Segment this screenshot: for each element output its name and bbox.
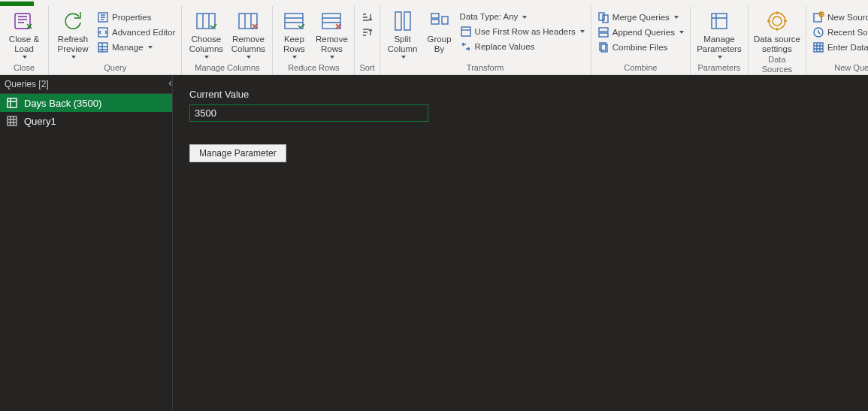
svg-rect-26 bbox=[814, 43, 823, 52]
replace-values-button[interactable]: Replace Values bbox=[458, 40, 586, 53]
query-item-label: Query1 bbox=[24, 116, 56, 127]
close-and-load-button[interactable]: Close &Load bbox=[5, 8, 44, 59]
group-new-query: New Source Recent Sources Enter Data New… bbox=[806, 6, 868, 74]
group-parameters: ManageParameters Parameters bbox=[691, 6, 749, 74]
advanced-editor-label: Advanced Editor bbox=[112, 27, 175, 38]
remove-rows-label: RemoveRows bbox=[316, 35, 348, 54]
enter-data-label: Enter Data bbox=[827, 42, 868, 53]
svg-point-22 bbox=[769, 13, 785, 29]
properties-button[interactable]: Properties bbox=[95, 11, 177, 24]
svg-rect-27 bbox=[8, 98, 17, 107]
queries-pane-header: Queries [2] ‹ bbox=[0, 75, 172, 94]
query-item-days-back[interactable]: Days Back (3500) bbox=[0, 94, 172, 112]
refresh-preview-label: RefreshPreview bbox=[58, 35, 89, 54]
new-source-label: New Source bbox=[827, 12, 868, 23]
new-source-button[interactable]: New Source bbox=[811, 11, 868, 24]
svg-rect-6 bbox=[285, 14, 303, 29]
svg-point-21 bbox=[773, 17, 782, 26]
table-icon bbox=[6, 115, 18, 127]
group-label-data-sources: Data Sources bbox=[753, 54, 801, 76]
svg-rect-14 bbox=[599, 13, 604, 20]
chevron-down-icon bbox=[23, 56, 27, 59]
sort-asc-button[interactable] bbox=[359, 11, 374, 24]
refresh-icon bbox=[61, 9, 85, 33]
remove-rows-icon bbox=[319, 9, 343, 33]
replace-values-icon bbox=[460, 41, 472, 53]
sort-asc-icon bbox=[361, 11, 373, 23]
parameter-detail-pane: Current Value Manage Parameter bbox=[173, 75, 868, 411]
group-label-close: Close bbox=[5, 62, 44, 74]
group-data-sources: Data sourcesettings Data Sources bbox=[749, 6, 806, 74]
data-source-settings-button[interactable]: Data sourcesettings bbox=[753, 8, 801, 54]
chevron-down-icon bbox=[679, 31, 684, 34]
grid-icon bbox=[97, 41, 109, 53]
merge-queries-label: Merge Queries bbox=[612, 12, 670, 23]
current-value-label: Current Value bbox=[189, 89, 851, 100]
combine-files-button[interactable]: Combine Files bbox=[596, 41, 685, 54]
svg-rect-13 bbox=[461, 27, 470, 36]
recent-sources-label: Recent Sources bbox=[827, 27, 868, 38]
split-column-button[interactable]: SplitColumn bbox=[385, 8, 421, 59]
group-query: RefreshPreview Properties Advanced Edito… bbox=[49, 6, 182, 74]
current-value-input[interactable] bbox=[189, 104, 428, 122]
group-label-manage-columns: Manage Columns bbox=[186, 62, 268, 74]
combine-files-label: Combine Files bbox=[612, 42, 668, 53]
group-label-sort: Sort bbox=[359, 62, 374, 74]
advanced-editor-button[interactable]: Advanced Editor bbox=[95, 26, 177, 39]
remove-rows-button[interactable]: RemoveRows bbox=[313, 8, 349, 59]
group-label-query: Query bbox=[53, 62, 177, 74]
merge-queries-button[interactable]: Merge Queries bbox=[596, 11, 685, 24]
keep-rows-button[interactable]: KeepRows bbox=[277, 8, 310, 59]
svg-rect-9 bbox=[404, 12, 410, 30]
group-transform: SplitColumn GroupBy Data Type: Any Use F… bbox=[380, 6, 591, 74]
split-column-icon bbox=[391, 9, 415, 33]
sort-desc-button[interactable] bbox=[359, 26, 374, 39]
new-source-icon bbox=[812, 11, 824, 23]
combine-files-icon bbox=[597, 41, 609, 53]
group-by-icon bbox=[428, 9, 452, 33]
svg-rect-15 bbox=[603, 15, 608, 23]
append-icon bbox=[597, 26, 609, 38]
remove-columns-icon bbox=[236, 9, 260, 33]
chevron-down-icon bbox=[148, 46, 153, 49]
query-item-query1[interactable]: Query1 bbox=[0, 112, 172, 130]
keep-rows-icon bbox=[282, 9, 306, 33]
refresh-preview-button[interactable]: RefreshPreview bbox=[53, 8, 92, 59]
group-reduce-rows: KeepRows RemoveRows Reduce Rows bbox=[273, 6, 355, 74]
svg-rect-16 bbox=[599, 28, 608, 32]
manage-query-button[interactable]: Manage bbox=[95, 41, 177, 54]
group-by-button[interactable]: GroupBy bbox=[424, 8, 455, 54]
group-combine: Merge Queries Append Queries Combine Fil… bbox=[591, 6, 691, 74]
parameters-icon bbox=[707, 9, 731, 33]
remove-columns-button[interactable]: RemoveColumns bbox=[228, 8, 268, 59]
group-by-label: GroupBy bbox=[428, 35, 452, 54]
data-type-button[interactable]: Data Type: Any bbox=[458, 11, 586, 23]
ribbon-tab-strip bbox=[0, 0, 868, 6]
svg-rect-17 bbox=[599, 33, 608, 37]
use-first-row-label: Use First Row as Headers bbox=[475, 26, 576, 38]
chevron-down-icon bbox=[292, 56, 297, 59]
enter-data-button[interactable]: Enter Data bbox=[811, 41, 868, 54]
first-row-headers-icon bbox=[460, 26, 472, 38]
manage-parameters-button[interactable]: ManageParameters bbox=[695, 8, 743, 59]
chevron-down-icon bbox=[71, 56, 76, 59]
properties-label: Properties bbox=[112, 12, 151, 23]
collapse-pane-icon[interactable]: ‹ bbox=[168, 77, 172, 89]
keep-rows-label: KeepRows bbox=[283, 35, 305, 54]
choose-columns-button[interactable]: ChooseColumns bbox=[186, 8, 225, 59]
manage-parameter-button[interactable]: Manage Parameter bbox=[189, 144, 286, 162]
recent-sources-button[interactable]: Recent Sources bbox=[811, 26, 868, 39]
choose-columns-icon bbox=[194, 9, 218, 33]
sort-desc-icon bbox=[361, 26, 373, 38]
choose-columns-label: ChooseColumns bbox=[189, 35, 223, 54]
data-type-label: Data Type: Any bbox=[460, 11, 519, 23]
svg-rect-20 bbox=[712, 14, 727, 29]
group-close: Close &Load Close bbox=[0, 6, 49, 74]
manage-query-label: Manage bbox=[112, 42, 144, 53]
use-first-row-button[interactable]: Use First Row as Headers bbox=[458, 25, 586, 38]
chevron-down-icon bbox=[330, 56, 334, 59]
append-queries-button[interactable]: Append Queries bbox=[596, 26, 685, 39]
chevron-down-icon bbox=[580, 30, 585, 33]
svg-rect-3 bbox=[98, 43, 107, 52]
merge-icon bbox=[597, 11, 609, 23]
